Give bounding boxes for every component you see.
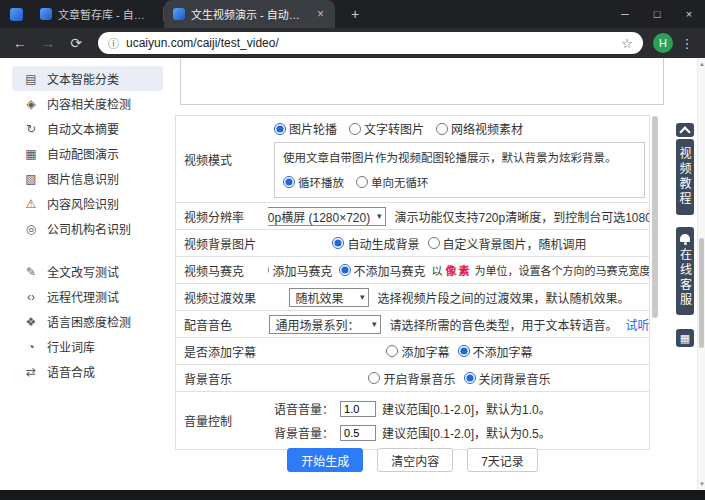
- page-scrollbar-thumb[interactable]: [699, 238, 704, 348]
- scroll-down-icon[interactable]: ▼: [698, 481, 705, 487]
- preview-box: [180, 58, 664, 105]
- generate-button[interactable]: 开始生成: [287, 448, 363, 472]
- browser-menu-icon[interactable]: ⋮: [677, 36, 697, 51]
- chevron-down-icon: ▾: [372, 319, 377, 329]
- tab-title: 文章暂存库 - 自动文章采集器: [58, 6, 154, 22]
- loop-radio-once[interactable]: [356, 176, 368, 188]
- tab-close-icon[interactable]: ×: [315, 7, 326, 21]
- refresh-icon[interactable]: ⟳: [64, 35, 88, 51]
- video-mode-option-webvideo[interactable]: 网络视频素材: [436, 120, 523, 137]
- sidebar-item-auto-image[interactable]: ▦ 自动配图演示: [12, 141, 163, 166]
- sidebar-item-proxy-test[interactable]: ‹› 远程代理测试: [12, 284, 163, 309]
- video-mode-radio-text2img[interactable]: [349, 123, 361, 135]
- profile-avatar[interactable]: H: [653, 33, 673, 53]
- sidebar-item-perplexity-check[interactable]: ❖ 语言困惑度检测: [12, 309, 163, 334]
- forward-icon[interactable]: →: [36, 35, 60, 51]
- clear-button[interactable]: 清空内容: [377, 448, 453, 472]
- rewrite-test-icon: ✎: [24, 265, 38, 279]
- content-scrollbar-thumb[interactable]: [652, 116, 658, 318]
- resolution-row: 视频分辨率 720p横屏 (1280×720) ▾ 演示功能仅支持720p清晰度…: [176, 203, 649, 230]
- sidebar-item-label: 公司机构名识别: [47, 220, 131, 237]
- video-mode-options: 图片轮播 文字转图片 网络视频素材: [274, 120, 645, 137]
- audition-link[interactable]: 试听: [626, 316, 650, 333]
- video-mode-row: 视频模式 图片轮播 文字转图片: [176, 116, 649, 203]
- subtitle-radio-none[interactable]: [458, 345, 470, 357]
- transition-select[interactable]: 随机效果 ▾: [289, 288, 369, 307]
- loop-radio-loop[interactable]: [283, 176, 295, 188]
- loop-option-loop[interactable]: 循环播放: [283, 174, 344, 190]
- bg-image-radio-custom[interactable]: [428, 237, 440, 249]
- address-bar[interactable]: ⓘ ucaiyun.com/caiji/test_video/ ☆: [98, 32, 643, 54]
- video-mode-desc: 使用文章自带图片作为视频配图轮播展示，默认背景为炫彩背景。: [283, 149, 636, 165]
- video-mode-radio-slideshow[interactable]: [274, 123, 286, 135]
- new-tab-button[interactable]: +: [345, 6, 365, 22]
- qr-code-icon[interactable]: ▦: [676, 329, 694, 347]
- bg-image-option-custom[interactable]: 自定义背景图片，随机调用: [428, 235, 587, 252]
- loop-option-once[interactable]: 单向无循环: [356, 174, 429, 190]
- resolution-select[interactable]: 720p横屏 (1280×720) ▾: [268, 207, 386, 226]
- online-service-tab[interactable]: 在线客服: [676, 227, 694, 315]
- sidebar-item-industry-lexicon[interactable]: ◔ 行业词库: [12, 334, 163, 359]
- mosaic-option-none[interactable]: 不添加马赛克: [339, 262, 426, 279]
- tab-video-demo[interactable]: 文生视频演示 - 自动文章采集 ×: [164, 0, 335, 28]
- subtitle-option-add[interactable]: 添加字幕: [386, 343, 449, 360]
- sidebar-item-label: 自动配图演示: [47, 145, 119, 162]
- sidebar-item-org-recognition[interactable]: ◎ 公司机构名识别: [12, 216, 163, 241]
- site-info-icon[interactable]: ⓘ: [108, 35, 119, 51]
- close-button[interactable]: ×: [673, 0, 705, 28]
- mosaic-option-add[interactable]: 添加马赛克: [268, 262, 333, 279]
- video-tutorial-tab[interactable]: 视频教程: [676, 139, 694, 215]
- back-icon[interactable]: ←: [8, 35, 32, 51]
- music-radio-off[interactable]: [464, 372, 476, 384]
- maximize-button[interactable]: □: [641, 0, 673, 28]
- chevron-down-icon: ▾: [360, 292, 365, 302]
- voice-volume-input[interactable]: [340, 401, 376, 417]
- volume-label: 音量控制: [176, 392, 268, 449]
- music-option-off[interactable]: 关闭背景音乐: [464, 370, 551, 387]
- window-bottom-edge: [0, 490, 705, 500]
- bg-volume-input[interactable]: [340, 425, 376, 441]
- voice-select[interactable]: 通用场景系列： ▾: [269, 315, 381, 334]
- sidebar-item-speech-synthesis[interactable]: ⇄ 语音合成: [12, 359, 163, 384]
- option-label: 自定义背景图片，随机调用: [443, 235, 587, 252]
- option-label: 图片轮播: [289, 120, 337, 137]
- option-label: 添加马赛克: [272, 262, 332, 279]
- auto-summary-icon: ↻: [24, 122, 38, 136]
- video-mode-option-text2img[interactable]: 文字转图片: [349, 120, 424, 137]
- video-mode-radio-webvideo[interactable]: [436, 123, 448, 135]
- music-option-on[interactable]: 开启背景音乐: [368, 370, 455, 387]
- sidebar-gap: [0, 241, 175, 259]
- option-label: 添加字幕: [401, 343, 449, 360]
- option-label: 网络视频素材: [451, 120, 523, 137]
- video-mode-option-slideshow[interactable]: 图片轮播: [274, 120, 337, 137]
- music-radio-on[interactable]: [368, 372, 380, 384]
- subtitle-radio-add[interactable]: [386, 345, 398, 357]
- resolution-hint: 演示功能仅支持720p清晰度，到控制台可选1080p。: [394, 208, 649, 225]
- bookmark-star-icon[interactable]: ☆: [621, 36, 633, 51]
- sidebar-item-rewrite-test[interactable]: ✎ 全文改写测试: [12, 259, 163, 284]
- mosaic-radio-none[interactable]: [339, 264, 351, 276]
- collapse-chevron-icon[interactable]: [676, 123, 694, 137]
- option-label: 文字转图片: [364, 120, 424, 137]
- bg-image-radio-auto[interactable]: [332, 237, 344, 249]
- sidebar-item-risk-check[interactable]: ⚠ 内容风险识别: [12, 191, 163, 216]
- history-button[interactable]: 7天记录: [467, 448, 538, 472]
- subtitle-option-none[interactable]: 不添加字幕: [458, 343, 533, 360]
- mosaic-radio-add[interactable]: [268, 264, 269, 276]
- bg-image-option-auto[interactable]: 自动生成背景: [332, 235, 419, 252]
- tab-article-store[interactable]: 文章暂存库 - 自动文章采集器: [31, 0, 163, 28]
- sidebar-item-image-info[interactable]: ▧ 图片信息识别: [12, 166, 163, 191]
- chevron-down-icon: ▾: [377, 211, 382, 221]
- sidebar-item-auto-summary[interactable]: ↻ 自动文本摘要: [12, 116, 163, 141]
- minimize-button[interactable]: ─: [609, 0, 641, 28]
- sidebar-item-label: 内容相关度检测: [47, 95, 131, 112]
- url-text[interactable]: ucaiyun.com/caiji/test_video/: [126, 36, 614, 50]
- page-scrollbar[interactable]: ▲ ▼: [697, 58, 705, 490]
- sidebar-item-text-classify[interactable]: ▤ 文本智能分类: [12, 66, 163, 91]
- voice-row: 配音音色 通用场景系列： ▾ 请选择所需的音色类型，用于文本转语音。 试听: [176, 311, 649, 338]
- scroll-up-icon[interactable]: ▲: [698, 61, 705, 67]
- option-label: 循环播放: [298, 174, 344, 190]
- voice-label: 配音音色: [176, 311, 268, 337]
- sidebar-item-relevance-check[interactable]: ◈ 内容相关度检测: [12, 91, 163, 116]
- mosaic-hint: 以像素为单位，设置各个方向的马赛克宽度。: [432, 262, 649, 278]
